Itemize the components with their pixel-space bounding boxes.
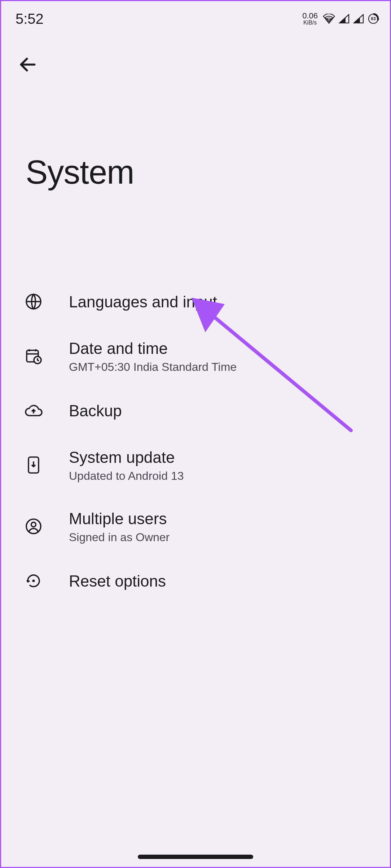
globe-icon [23, 291, 44, 312]
status-time: 5:52 [16, 11, 44, 27]
setting-title: Backup [69, 401, 122, 421]
setting-title: Date and time [69, 338, 237, 358]
settings-list: Languages and input Date and time GMT+05… [1, 278, 390, 605]
setting-backup[interactable]: Backup [1, 387, 390, 434]
status-bar: 5:52 0.06 KiB/s [1, 1, 390, 30]
cloud-upload-icon [23, 400, 44, 421]
arrow-back-icon [18, 54, 38, 75]
setting-title: System update [69, 447, 184, 467]
back-button[interactable] [15, 52, 41, 78]
setting-reset-options[interactable]: Reset options [1, 557, 390, 605]
user-circle-icon [23, 516, 44, 537]
signal-icon-1 [339, 14, 350, 23]
battery-icon: 63 [368, 13, 379, 25]
net-speed-value: 0.06 [302, 12, 318, 20]
setting-multiple-users[interactable]: Multiple users Signed in as Owner [1, 496, 390, 557]
net-speed-indicator: 0.06 KiB/s [302, 12, 318, 26]
setting-system-update[interactable]: System update Updated to Android 13 [1, 434, 390, 496]
gesture-nav-bar[interactable] [138, 855, 253, 859]
signal-icon-2 [353, 14, 364, 23]
setting-title: Reset options [69, 571, 166, 591]
phone-download-icon [23, 454, 44, 476]
setting-date-time[interactable]: Date and time GMT+05:30 India Standard T… [1, 325, 390, 387]
svg-point-10 [31, 522, 36, 527]
page-title: System [26, 153, 390, 191]
svg-text:63: 63 [371, 16, 376, 21]
setting-languages-input[interactable]: Languages and input [1, 278, 390, 325]
calendar-clock-icon [23, 345, 44, 367]
wifi-icon [323, 14, 335, 24]
reset-icon [23, 570, 44, 592]
setting-title: Multiple users [69, 509, 170, 529]
setting-subtitle: Updated to Android 13 [69, 469, 184, 483]
setting-subtitle: GMT+05:30 India Standard Time [69, 360, 237, 374]
setting-title: Languages and input [69, 292, 217, 312]
status-right: 0.06 KiB/s 63 [302, 12, 379, 26]
svg-point-11 [32, 579, 35, 582]
net-speed-unit: KiB/s [303, 20, 317, 26]
setting-subtitle: Signed in as Owner [69, 531, 170, 544]
